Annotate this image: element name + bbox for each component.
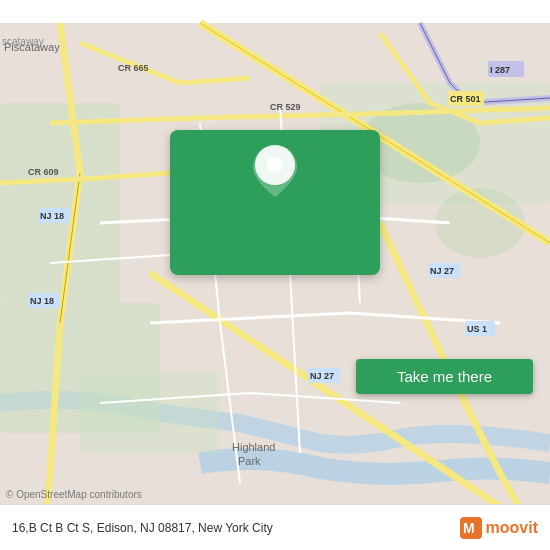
svg-text:NJ 18: NJ 18 <box>30 296 54 306</box>
svg-text:M: M <box>463 520 475 536</box>
map-container: CR 665 CR 529 CR 609 I 287 NJ 18 NJ 18 N… <box>0 0 550 550</box>
moovit-logo: M moovit <box>460 517 538 539</box>
bottom-bar: 16,B Ct B Ct S, Edison, NJ 08817, New Yo… <box>0 504 550 550</box>
svg-text:CR 665: CR 665 <box>118 63 149 73</box>
svg-text:Park: Park <box>238 455 261 467</box>
svg-text:NJ 27: NJ 27 <box>430 266 454 276</box>
svg-text:I 287: I 287 <box>490 65 510 75</box>
map-pin-icon <box>253 145 297 197</box>
svg-text:NJ 18: NJ 18 <box>40 211 64 221</box>
address-label: 16,B Ct B Ct S, Edison, NJ 08817, New Yo… <box>12 521 460 535</box>
map-svg: CR 665 CR 529 CR 609 I 287 NJ 18 NJ 18 N… <box>0 0 550 550</box>
svg-text:CR 529: CR 529 <box>270 102 301 112</box>
svg-rect-4 <box>80 373 220 453</box>
svg-rect-1 <box>0 103 120 303</box>
osm-attribution: © OpenStreetMap contributors <box>6 489 142 500</box>
svg-text:CR 609: CR 609 <box>28 167 59 177</box>
location-card: Take me there <box>170 130 380 275</box>
moovit-icon: M <box>460 517 482 539</box>
svg-text:NJ 27: NJ 27 <box>310 371 334 381</box>
svg-point-29 <box>267 157 283 173</box>
svg-text:US 1: US 1 <box>467 324 487 334</box>
svg-text:CR 501: CR 501 <box>450 94 481 104</box>
moovit-logo-text: moovit <box>486 519 538 537</box>
svg-text:scataway: scataway <box>2 36 44 47</box>
svg-text:Highland: Highland <box>232 441 275 453</box>
take-me-there-button[interactable]: Take me there <box>356 359 533 394</box>
